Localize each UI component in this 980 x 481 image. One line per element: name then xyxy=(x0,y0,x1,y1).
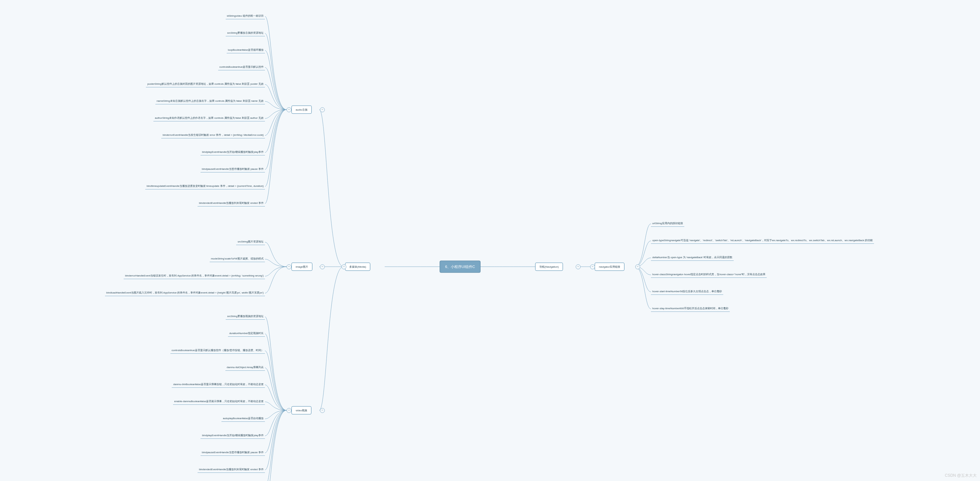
leaf-video[interactable]: bindendedEventHandle当播放到末尾时触发 ended 事件 xyxy=(197,467,265,473)
leaf-label: autoplayBooleanfalse是否自动播放 xyxy=(223,417,264,420)
leaf-image[interactable]: modeString'scaleToFill'图片裁剪、缩放的模式 xyxy=(210,256,265,262)
leaf-label: loopBooleanfalse是否循环播放 xyxy=(228,48,264,51)
leaf-audio[interactable]: bindendedEventHandle当播放到末尾时触发 ended 事件 xyxy=(197,201,265,207)
node-video[interactable]: video视频 xyxy=(291,406,312,414)
leaf-video[interactable]: bindpauseEventHandle当暂停播放时触发 pause 事件 xyxy=(200,450,265,456)
collapse-icon[interactable]: − xyxy=(286,408,291,413)
leaf-label: authorString未知作者默认控件上的作者名字，如果 controls 属… xyxy=(155,116,264,119)
leaf-label: durationNumber指定视频时长 xyxy=(229,332,264,335)
leaf-audio[interactable]: loopBooleanfalse是否循环播放 xyxy=(227,48,265,53)
leaf-label: bindplayEventHandle当开始/继续播放时触发play事件 xyxy=(202,151,264,153)
leaf-label: bindendedEventHandle当播放到末尾时触发 ended 事件 xyxy=(199,202,264,204)
leaf-label: controlsBooleantrue是否显示默认播放控件（播放/暂停按钮、播放… xyxy=(172,349,264,352)
leaf-label: binderrorEventHandle当发生错误时触发 error 事件，de… xyxy=(162,134,264,137)
leaf-video[interactable]: autoplayBooleanfalse是否自动播放 xyxy=(221,416,265,422)
leaf-label: srcString要播放视频的资源地址 xyxy=(227,315,264,318)
leaf-audio[interactable]: bindtimeupdateEventHandle当播放进度改变时触发 time… xyxy=(145,183,265,190)
leaf-label: bindloadHandleEvent当图片载入完毕时，发布到 AppServi… xyxy=(106,291,264,294)
leaf-video[interactable]: bindplayEventHandle当开始/继续播放时触发play事件 xyxy=(200,433,265,439)
collapse-icon[interactable]: − xyxy=(590,264,595,269)
leaf-label: urlString应用内的跳转链接 xyxy=(652,222,683,225)
node-label: image图片 xyxy=(296,265,308,268)
leaf-label: hover-stay-timeNumber600手指松开后点击态保留时间，单位毫… xyxy=(652,307,729,310)
leaf-label: bindtimeupdateEventHandle当播放进度改变时触发 time… xyxy=(146,185,264,188)
leaf-label: danmu-listObject Array弹幕列表 xyxy=(227,366,264,369)
leaf-label: open-typeStringnavigate可选值 'navigate'、'r… xyxy=(652,239,873,242)
leaf-label: posterString默认控件上的音频封面的图片资源地址，如果 control… xyxy=(147,83,264,85)
leaf-audio[interactable]: srcString要播放音频的资源地址 xyxy=(226,30,265,36)
leaf-audio[interactable]: bindplayEventHandle当开始/继续播放时触发play事件 xyxy=(200,150,265,155)
leaf-label: hover-start-timeNumber50按住后多久出现点击态，单位毫秒 xyxy=(652,290,722,293)
leaf-navigator[interactable]: urlString应用内的跳转链接 xyxy=(651,221,684,227)
collapse-icon[interactable]: − xyxy=(320,264,325,269)
collapse-icon[interactable]: − xyxy=(286,107,291,112)
root-label: 6、小程序UI组件C xyxy=(445,265,475,269)
collapse-icon[interactable]: − xyxy=(286,264,291,269)
collapse-icon[interactable]: − xyxy=(576,264,581,269)
leaf-video[interactable]: srcString要播放视频的资源地址 xyxy=(226,314,265,320)
leaf-label: modeString'scaleToFill'图片裁剪、缩放的模式 xyxy=(211,257,264,260)
leaf-label: bindpauseEventHandle当暂停播放时触发 pause 事件 xyxy=(202,167,264,170)
leaf-label: srcString图片资源地址 xyxy=(237,240,264,243)
leaf-video[interactable]: controlsBooleantrue是否显示默认播放控件（播放/暂停按钮、播放… xyxy=(170,348,265,354)
leaf-video[interactable]: durationNumber指定视频时长 xyxy=(228,331,265,337)
root-node[interactable]: 6、小程序UI组件C xyxy=(440,261,480,273)
leaf-navigator[interactable]: hover-start-timeNumber50按住后多久出现点击态，单位毫秒 xyxy=(651,289,723,295)
node-audio[interactable]: audio音频 xyxy=(291,106,312,114)
leaf-audio[interactable]: idStringvideo 组件的唯一标识符 xyxy=(226,13,265,19)
collapse-icon[interactable]: − xyxy=(320,107,325,112)
leaf-navigator[interactable]: hover-classStringnavigator-hover指定点击时的样式… xyxy=(651,272,767,278)
leaf-label: hover-classStringnavigator-hover指定点击时的样式… xyxy=(652,273,765,276)
mindmap-stage[interactable]: 6、小程序UI组件C 多媒体(Media) − audio音频 − − idSt… xyxy=(0,0,980,481)
leaf-navigator[interactable]: hover-stay-timeNumber600手指松开后点击态保留时间，单位毫… xyxy=(651,306,730,312)
collapse-icon[interactable]: − xyxy=(342,264,347,269)
leaf-navigator[interactable]: open-typeStringnavigate可选值 'navigate'、'r… xyxy=(651,238,874,244)
leaf-audio[interactable]: binderrorEventHandle当发生错误时触发 error 事件，de… xyxy=(161,132,265,139)
leaf-label: deltaNumber当 open-type 为 'navigateBack' … xyxy=(652,256,732,259)
leaf-label: bindpauseEventHandle当暂停播放时触发 pause 事件 xyxy=(202,451,264,454)
leaf-label: idStringvideo 组件的唯一标识符 xyxy=(227,14,264,18)
leaf-audio[interactable]: authorString未知作者默认控件上的作者名字，如果 controls 属… xyxy=(153,116,265,121)
leaf-label: bindendedEventHandle当播放到末尾时触发 ended 事件 xyxy=(199,468,264,471)
watermark: CSDN @五木大大 xyxy=(945,473,977,478)
leaf-label: bindplayEventHandle当开始/继续播放时触发play事件 xyxy=(202,434,264,437)
collapse-icon[interactable]: − xyxy=(320,408,325,413)
node-label: video视频 xyxy=(296,409,307,412)
leaf-image[interactable]: binderrorHandleEvent当错误发生时，发布到 AppServic… xyxy=(124,273,265,279)
leaf-audio[interactable]: bindpauseEventHandle当暂停播放时触发 pause 事件 xyxy=(200,167,265,172)
leaf-audio[interactable]: nameString未知音频默认控件上的音频名字，如果 controls 属性值… xyxy=(155,99,265,104)
node-navigator[interactable]: navigator应用链接 xyxy=(595,263,624,271)
leaf-video[interactable]: enable-danmuBooleanfalse是否展示弹幕，只在初始化时有效，… xyxy=(173,399,265,405)
leaf-label: binderrorHandleEvent当错误发生时，发布到 AppServic… xyxy=(125,274,264,277)
leaf-audio[interactable]: controlsBooleantrue是否显示默认控件 xyxy=(218,64,265,70)
leaf-label: controlsBooleantrue是否显示默认控件 xyxy=(220,65,264,68)
node-label: 导航(Navigation) xyxy=(539,265,559,268)
node-image[interactable]: image图片 xyxy=(291,263,312,271)
node-label: navigator应用链接 xyxy=(599,265,620,268)
node-navigation[interactable]: 导航(Navigation) xyxy=(535,263,563,271)
leaf-navigator[interactable]: deltaNumber当 open-type 为 'navigateBack' … xyxy=(651,255,734,261)
node-media[interactable]: 多媒体(Media) xyxy=(345,263,370,271)
leaf-video[interactable]: danmu-listObject Array弹幕列表 xyxy=(225,365,265,371)
leaf-video[interactable]: danmu-btnBooleanfalse是否显示弹幕按钮，只在初始化时有效，不… xyxy=(172,382,265,388)
node-label: audio音频 xyxy=(296,108,307,111)
leaf-audio[interactable]: posterString默认控件上的音频封面的图片资源地址，如果 control… xyxy=(146,81,265,88)
leaf-label: nameString未知音频默认控件上的音频名字，如果 controls 属性值… xyxy=(157,99,264,102)
leaf-image[interactable]: srcString图片资源地址 xyxy=(236,239,265,245)
collapse-icon[interactable]: − xyxy=(635,264,640,269)
node-label: 多媒体(Media) xyxy=(349,265,366,268)
leaf-label: danmu-btnBooleanfalse是否显示弹幕按钮，只在初始化时有效，不… xyxy=(173,383,264,386)
leaf-label: enable-danmuBooleanfalse是否展示弹幕，只在初始化时有效，… xyxy=(174,400,264,403)
leaf-image[interactable]: bindloadHandleEvent当图片载入完毕时，发布到 AppServi… xyxy=(105,290,265,296)
leaf-label: srcString要播放音频的资源地址 xyxy=(227,32,264,34)
